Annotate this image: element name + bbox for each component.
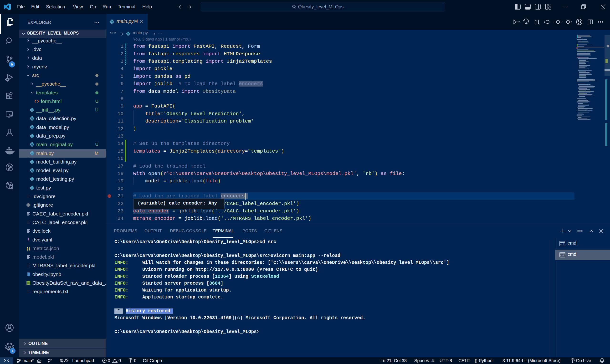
svg-text:C:\: C:\ [560, 255, 564, 257]
svg-text:C:\: C:\ [560, 243, 564, 246]
